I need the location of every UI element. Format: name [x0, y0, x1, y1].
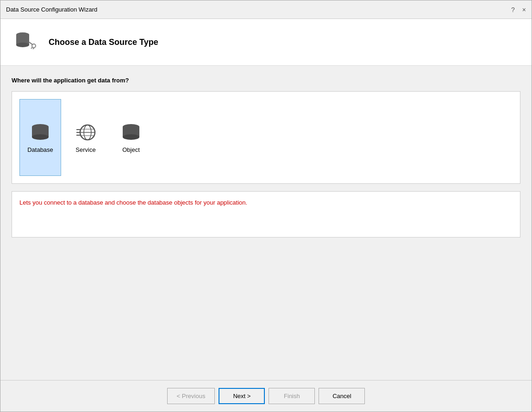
- option-object[interactable]: Object: [110, 99, 152, 176]
- header-title: Choose a Data Source Type: [49, 37, 158, 47]
- svg-point-20: [123, 134, 139, 140]
- option-service[interactable]: Service: [65, 99, 106, 176]
- section-question: Where will the application get data from…: [12, 77, 520, 84]
- database-label: Database: [27, 146, 53, 153]
- cancel-button[interactable]: Cancel: [319, 388, 365, 404]
- options-box: Database Service: [12, 91, 520, 184]
- option-database[interactable]: Database: [19, 99, 61, 176]
- object-label: Object: [122, 146, 140, 153]
- help-button[interactable]: ?: [511, 6, 515, 13]
- service-label: Service: [75, 146, 95, 153]
- service-option-icon: [74, 122, 98, 143]
- main-content: Where will the application get data from…: [0, 66, 532, 380]
- svg-line-5: [31, 47, 32, 49]
- previous-button[interactable]: < Previous: [167, 388, 215, 404]
- object-option-icon: [119, 122, 143, 143]
- title-bar-controls: ? ×: [511, 6, 526, 13]
- svg-point-2: [16, 43, 29, 47]
- svg-point-4: [32, 44, 36, 48]
- description-text: Lets you connect to a database and choos…: [19, 199, 247, 206]
- database-option-icon: [28, 122, 52, 143]
- title-bar-left: Data Source Configuration Wizard: [6, 6, 97, 13]
- header-icon: [12, 28, 39, 56]
- svg-point-9: [32, 134, 49, 140]
- header-title-text: Choose a Data Source Type: [49, 37, 158, 47]
- footer: < Previous Next > Finish Cancel: [0, 380, 532, 412]
- header-section: Choose a Data Source Type: [0, 19, 532, 66]
- title-bar: Data Source Configuration Wizard ? ×: [0, 0, 532, 19]
- dialog-window: Data Source Configuration Wizard ? × Cho: [0, 0, 532, 412]
- datasource-icon: [13, 29, 38, 55]
- description-box: Lets you connect to a database and choos…: [12, 191, 520, 237]
- close-button[interactable]: ×: [522, 6, 526, 13]
- next-button[interactable]: Next >: [219, 388, 265, 404]
- window-title: Data Source Configuration Wizard: [6, 6, 97, 13]
- finish-button[interactable]: Finish: [269, 388, 315, 404]
